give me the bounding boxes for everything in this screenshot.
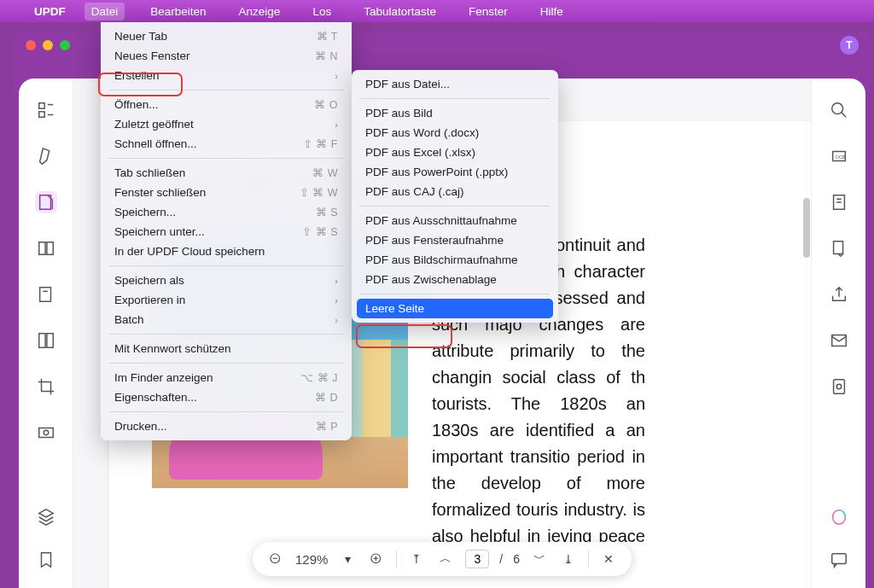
menu-item[interactable]: Eigenschaften...⌘ D	[101, 387, 352, 407]
next-page-button[interactable]: ﹀	[530, 550, 549, 568]
last-page-button[interactable]: ⤓	[559, 550, 578, 568]
crop-icon[interactable]	[35, 376, 57, 398]
layers-icon[interactable]	[35, 506, 57, 528]
minimize-traffic-light[interactable]	[43, 40, 53, 50]
svg-rect-9	[38, 428, 53, 438]
menu-item[interactable]: PDF aus Ausschnittaufnahme	[352, 211, 558, 230]
menu-item-label: Zuletzt geöffnet	[114, 118, 194, 131]
menu-item[interactable]: PDF aus Zwischenablage	[352, 270, 558, 289]
menu-shortcut: ⌘ S	[316, 206, 338, 218]
menu-shortcut: ⇧ ⌘ S	[302, 225, 338, 238]
menu-item-label: Schnell öffnen...	[114, 137, 197, 150]
menu-item[interactable]: Zuletzt geöffnet›	[101, 114, 352, 134]
menu-item[interactable]: Im Finder anzeigen⌥ ⌘ J	[101, 368, 352, 387]
app-logo-icon[interactable]	[828, 506, 850, 528]
svg-point-10	[44, 430, 49, 435]
menu-item[interactable]: Speichern als›	[101, 271, 352, 290]
zoom-out-button[interactable]	[266, 550, 285, 568]
page-toolbar: 129% ▾ ⤒ ︿ / 6 ﹀ ⤓ ✕	[253, 542, 632, 576]
submenu-arrow-icon: ›	[335, 119, 338, 130]
menu-item[interactable]: Neuer Tab⌘ T	[101, 26, 352, 46]
zoom-in-button[interactable]	[367, 550, 386, 568]
menu-item[interactable]: PDF aus Excel (.xlsx)	[352, 143, 558, 162]
menu-datei[interactable]: Datei	[84, 3, 125, 20]
protect-icon[interactable]	[828, 376, 850, 398]
menu-item-label: Batch	[114, 313, 144, 326]
menu-hilfe[interactable]: Hilfe	[533, 3, 570, 20]
annotate-icon[interactable]	[35, 191, 57, 213]
menu-shortcut: ⌘ O	[314, 98, 338, 111]
menu-tabulator[interactable]: Tabulatortaste	[357, 3, 443, 20]
menu-item[interactable]: In der UPDF Cloud speichern	[101, 242, 352, 261]
form-icon[interactable]	[35, 283, 57, 306]
zoom-dropdown[interactable]: ▾	[338, 550, 357, 568]
menu-item-label: PDF aus Zwischenablage	[365, 273, 497, 286]
share-icon[interactable]	[828, 283, 850, 306]
menu-item[interactable]: Exportieren in›	[101, 290, 352, 310]
erstellen-submenu: PDF aus Datei...PDF aus BildPDF aus Word…	[352, 70, 558, 323]
menu-item-label: PDF aus Fensteraufnahme	[365, 234, 504, 247]
menu-item-label: Fenster schließen	[114, 186, 206, 199]
book-icon[interactable]	[35, 237, 57, 259]
user-avatar[interactable]: T	[840, 36, 859, 55]
first-page-button[interactable]: ⤒	[407, 550, 426, 568]
menu-anzeige[interactable]: Anzeige	[232, 3, 288, 20]
menu-shortcut: ⌘ T	[317, 30, 338, 43]
menu-separator	[109, 90, 343, 90]
menu-separator	[360, 294, 550, 294]
prev-page-button[interactable]: ︿	[436, 550, 455, 568]
menu-item[interactable]: Speichern unter...⇧ ⌘ S	[101, 222, 352, 242]
menu-item[interactable]: Batch›	[101, 310, 352, 329]
menu-item-label: Neuer Tab	[114, 30, 167, 43]
scrollbar-thumb[interactable]	[803, 198, 810, 258]
menu-item[interactable]: Erstellen›	[101, 66, 352, 85]
email-icon[interactable]	[828, 329, 850, 352]
svg-rect-1	[38, 112, 44, 117]
menu-item[interactable]: PDF aus Fensteraufnahme	[352, 230, 558, 250]
close-traffic-light[interactable]	[26, 40, 36, 50]
menu-item[interactable]: Schnell öffnen...⇧ ⌘ F	[101, 134, 352, 154]
compress-icon[interactable]	[828, 191, 850, 213]
menu-item[interactable]: Tab schließen⌘ W	[101, 163, 352, 183]
menu-item[interactable]: PDF aus Bild	[352, 103, 558, 123]
menu-separator	[360, 98, 550, 99]
highlighter-icon[interactable]	[35, 145, 57, 167]
menu-item[interactable]: PDF aus Datei...	[352, 74, 558, 94]
menu-los[interactable]: Los	[306, 3, 338, 20]
menu-item[interactable]: Öffnen...⌘ O	[101, 95, 352, 114]
menu-item[interactable]: Neues Fenster⌘ N	[101, 46, 352, 66]
svg-point-24	[836, 384, 842, 389]
close-toolbar-button[interactable]: ✕	[599, 550, 618, 568]
menu-item-label: Speichern...	[114, 206, 176, 218]
menu-item-label: Im Finder anzeigen	[114, 371, 213, 384]
comment-icon[interactable]	[828, 549, 850, 571]
menu-item[interactable]: PDF aus Word (.docx)	[352, 123, 558, 143]
organize-icon[interactable]	[35, 329, 57, 352]
page-input[interactable]	[465, 550, 489, 568]
menu-item[interactable]: Speichern...⌘ S	[101, 202, 352, 222]
svg-rect-0	[38, 103, 44, 108]
ocr-icon[interactable]: OCR	[828, 145, 850, 167]
menu-item[interactable]: Fenster schließen⇧ ⌘ W	[101, 183, 352, 202]
svg-rect-25	[831, 554, 846, 564]
export-icon[interactable]	[828, 237, 850, 259]
menu-item[interactable]: PDF aus CAJ (.caj)	[352, 182, 558, 201]
zoom-level[interactable]: 129%	[295, 552, 328, 567]
app-name[interactable]: UPDF	[34, 5, 66, 18]
thumbnails-icon[interactable]	[35, 99, 57, 121]
menu-item[interactable]: PDF aus Bildschirmaufnahme	[352, 250, 558, 270]
bookmark-icon[interactable]	[35, 549, 57, 571]
menu-item-label: Drucken...	[114, 420, 167, 433]
menu-item[interactable]: Drucken...⌘ P	[101, 416, 352, 436]
menu-shortcut: ⌘ P	[316, 420, 338, 433]
zoom-traffic-light[interactable]	[60, 40, 70, 50]
menu-item[interactable]: Mit Kennwort schützen	[101, 339, 352, 358]
menu-bearbeiten[interactable]: Bearbeiten	[143, 3, 213, 20]
menu-item-label: PDF aus Ausschnittaufnahme	[365, 214, 517, 227]
redact-icon[interactable]	[35, 422, 57, 444]
search-icon[interactable]	[828, 99, 850, 121]
menu-fenster[interactable]: Fenster	[462, 3, 515, 20]
macos-menubar: UPDF Datei Bearbeiten Anzeige Los Tabula…	[0, 0, 874, 22]
menu-item[interactable]: PDF aus PowerPoint (.pptx)	[352, 162, 558, 182]
menu-item[interactable]: Leere Seite	[357, 299, 553, 318]
